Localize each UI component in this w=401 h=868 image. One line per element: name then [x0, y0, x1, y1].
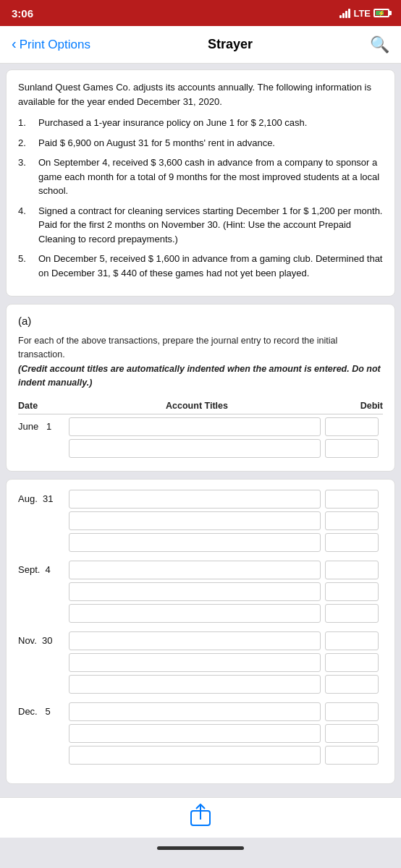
- nav-title: Strayer: [90, 37, 370, 52]
- problem-intro: Sunland Quest Games Co. adjusts its acco…: [18, 80, 383, 109]
- dec-account-input-1[interactable]: [69, 702, 321, 721]
- june-row-2: [18, 439, 383, 458]
- sept-debit-input-3[interactable]: [325, 604, 379, 623]
- sept-group: Sept. 4: [18, 561, 383, 623]
- part-a-label: (a): [18, 315, 383, 327]
- item-num: 3.: [18, 156, 38, 170]
- aug-account-input-2[interactable]: [69, 511, 321, 530]
- continuation-card: Aug. 31 Sept. 4: [6, 479, 395, 784]
- chevron-left-icon: ‹: [12, 35, 17, 52]
- aug-date: Aug. 31: [18, 493, 69, 504]
- sept-account-input-2[interactable]: [69, 582, 321, 601]
- nov-debit-input-2[interactable]: [325, 653, 379, 672]
- dec-group: Dec. 5: [18, 702, 383, 765]
- status-time: 3:06: [12, 7, 33, 20]
- problem-card: Sunland Quest Games Co. adjusts its acco…: [6, 69, 395, 297]
- header-debit: Debit: [325, 401, 383, 411]
- june-date: June 1: [18, 421, 69, 432]
- nov-debit-input-1[interactable]: [325, 631, 379, 650]
- back-label: Print Options: [20, 38, 90, 52]
- journal-table: Date Account Titles Debit June 1: [18, 401, 383, 458]
- sept-row-2: [18, 582, 383, 601]
- aug-row-1: Aug. 31: [18, 490, 383, 509]
- aug-debit-input-2[interactable]: [325, 511, 379, 530]
- part-a-card: (a) For each of the above transactions, …: [6, 304, 395, 472]
- june-debit-input-1[interactable]: [325, 417, 379, 436]
- nav-bar: ‹ Print Options Strayer 🔍: [0, 26, 401, 64]
- item-num: 1.: [18, 116, 38, 130]
- nov-row-3: [18, 675, 383, 694]
- problem-list: 1. Purchased a 1-year insurance policy o…: [18, 116, 383, 280]
- dec-debit-input-1[interactable]: [325, 702, 379, 721]
- sept-account-input-1[interactable]: [69, 561, 321, 579]
- lte-label: LTE: [353, 8, 371, 19]
- list-item: 5. On December 5, received $ 1,600 in ad…: [18, 252, 383, 280]
- sept-row-1: Sept. 4: [18, 561, 383, 579]
- dec-account-input-3[interactable]: [69, 746, 321, 765]
- dec-debit-input-3[interactable]: [325, 746, 379, 765]
- dec-row-1: Dec. 5: [18, 702, 383, 721]
- dec-row-2: [18, 724, 383, 743]
- dec-account-input-2[interactable]: [69, 724, 321, 743]
- item-text: On December 5, received $ 1,600 in advan…: [38, 252, 383, 280]
- home-bar: [157, 846, 244, 850]
- item-text: Signed a contract for cleaning services …: [38, 204, 383, 247]
- status-right: LTE ⚡: [339, 8, 389, 19]
- list-item: 2. Paid $ 6,900 on August 31 for 5 month…: [18, 136, 383, 150]
- status-bar: 3:06 LTE ⚡: [0, 0, 401, 26]
- table-header: Date Account Titles Debit: [18, 401, 383, 414]
- nov-group: Nov. 30: [18, 631, 383, 694]
- item-num: 2.: [18, 136, 38, 150]
- dec-date: Dec. 5: [18, 706, 69, 717]
- aug-account-input-1[interactable]: [69, 490, 321, 509]
- item-text: On September 4, received $ 3,600 cash in…: [38, 156, 383, 198]
- home-indicator: [0, 838, 401, 859]
- item-num: 4.: [18, 204, 38, 218]
- aug-account-input-3[interactable]: [69, 533, 321, 552]
- sept-row-3: [18, 604, 383, 623]
- dec-debit-input-2[interactable]: [325, 724, 379, 743]
- nov-row-2: [18, 653, 383, 672]
- aug-row-3: [18, 533, 383, 552]
- item-text: Paid $ 6,900 on August 31 for 5 months' …: [38, 136, 383, 150]
- june-debit-input-2[interactable]: [325, 439, 379, 458]
- june-account-input-1[interactable]: [69, 417, 321, 436]
- nov-account-input-2[interactable]: [69, 653, 321, 672]
- sept-debit-input-2[interactable]: [325, 582, 379, 601]
- list-item: 3. On September 4, received $ 3,600 cash…: [18, 156, 383, 198]
- instructions-text: For each of the above transactions, prep…: [18, 334, 383, 391]
- header-date: Date: [18, 401, 69, 411]
- sept-debit-input-1[interactable]: [325, 561, 379, 579]
- nov-date: Nov. 30: [18, 635, 69, 646]
- item-text: Purchased a 1-year insurance policy on J…: [38, 116, 383, 130]
- june-account-input-2[interactable]: [69, 439, 321, 458]
- nov-account-input-3[interactable]: [69, 675, 321, 694]
- battery-icon: ⚡: [373, 9, 389, 17]
- sept-account-input-3[interactable]: [69, 604, 321, 623]
- page-content: Sunland Quest Games Co. adjusts its acco…: [0, 64, 401, 797]
- header-account: Account Titles: [69, 401, 325, 411]
- nov-account-input-1[interactable]: [69, 631, 321, 650]
- aug-debit-input-1[interactable]: [325, 490, 379, 509]
- list-item: 1. Purchased a 1-year insurance policy o…: [18, 116, 383, 130]
- nov-debit-input-3[interactable]: [325, 675, 379, 694]
- back-button[interactable]: ‹ Print Options: [12, 37, 90, 52]
- signal-icon: [339, 9, 350, 18]
- aug-group: Aug. 31: [18, 490, 383, 552]
- june-row-1: June 1: [18, 417, 383, 436]
- item-num: 5.: [18, 252, 38, 266]
- sept-date: Sept. 4: [18, 564, 69, 575]
- dec-row-3: [18, 746, 383, 765]
- share-button[interactable]: [190, 804, 211, 832]
- bottom-toolbar: [0, 797, 401, 838]
- search-icon[interactable]: 🔍: [370, 35, 389, 54]
- list-item: 4. Signed a contract for cleaning servic…: [18, 204, 383, 247]
- aug-debit-input-3[interactable]: [325, 533, 379, 552]
- nov-row-1: Nov. 30: [18, 631, 383, 650]
- aug-row-2: [18, 511, 383, 530]
